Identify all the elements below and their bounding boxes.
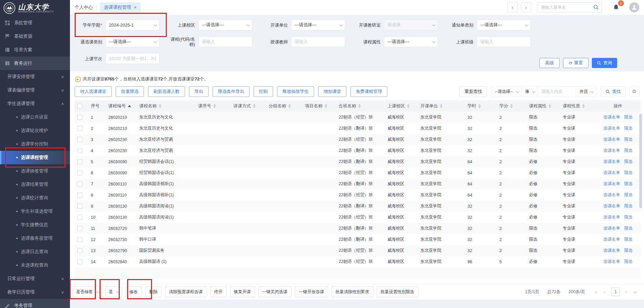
- sort-icon[interactable]: [159, 104, 161, 108]
- class-input[interactable]: 请输入: [477, 36, 531, 47]
- semester-select[interactable]: 2024-2025-1: [106, 20, 159, 30]
- bottom-button-5[interactable]: 一键关闭选课: [258, 286, 292, 297]
- period-input[interactable]: 10102 为星期一的1、2小节: [106, 53, 159, 64]
- sort-icon[interactable]: [288, 104, 291, 108]
- sidebar-item-resources[interactable]: 基础资源: [0, 30, 70, 43]
- row-checkbox[interactable]: [77, 159, 82, 164]
- toolbar-button-6[interactable]: 释放抽签学生: [277, 86, 314, 97]
- menu-search-input[interactable]: [537, 2, 602, 12]
- sidebar-subitem-10[interactable]: •选课日志查询: [0, 245, 70, 259]
- row-checkbox[interactable]: [77, 126, 82, 131]
- sort-icon[interactable]: [478, 104, 481, 108]
- per-page-info[interactable]: 200条/页: [569, 289, 585, 295]
- nav-next-button[interactable]: ›: [521, 2, 531, 12]
- restrict-link[interactable]: 限选: [624, 159, 633, 164]
- select-all-checkbox[interactable]: [77, 104, 82, 109]
- row-checkbox[interactable]: [77, 137, 82, 142]
- sidebar-subitem-3-active[interactable]: •选课课程管理: [0, 151, 70, 164]
- sidebar-item-academic-operation[interactable]: 教务运行: [0, 57, 70, 70]
- gear-icon[interactable]: ⚙: [629, 86, 639, 97]
- sort-icon[interactable]: [548, 104, 551, 108]
- reset-button[interactable]: ⟳重置: [563, 58, 589, 68]
- find-field-select[interactable]: --请选择--: [491, 87, 522, 97]
- sort-icon[interactable]: [253, 104, 256, 108]
- restrict-link[interactable]: 限选: [624, 226, 633, 231]
- toolbar-button-5[interactable]: 控制: [254, 86, 273, 97]
- restrict-link[interactable]: 限选: [624, 248, 633, 253]
- roster-link[interactable]: 选课名单: [603, 148, 620, 153]
- sidebar-subitem-4[interactable]: •选课抽签管理: [0, 164, 70, 178]
- pagination-page-1[interactable]: 1: [611, 287, 620, 296]
- sort-icon[interactable]: [325, 104, 327, 108]
- roster-link[interactable]: 选课名单: [603, 237, 620, 242]
- restrict-link[interactable]: 限选: [624, 148, 633, 153]
- bottom-button-7[interactable]: 批量清除性别要求: [332, 286, 373, 297]
- roster-link[interactable]: 选课名单: [603, 115, 620, 119]
- roster-link[interactable]: 选课名单: [603, 193, 620, 197]
- roster-link[interactable]: 选课名单: [603, 259, 620, 264]
- find-button[interactable]: 查找: [601, 86, 626, 97]
- course-attribute-select[interactable]: ---请选择---: [384, 36, 438, 47]
- sidebar-item-system[interactable]: 系统管理: [0, 16, 70, 30]
- campus-select[interactable]: ---请选择---: [198, 20, 252, 30]
- restrict-link[interactable]: 限选: [624, 259, 633, 264]
- sidebar-group-daily-operation[interactable]: 日常运行管理 ∨: [0, 272, 70, 285]
- notification-bell[interactable]: 0: [610, 2, 622, 13]
- bottom-button-1[interactable]: 删除: [145, 286, 162, 297]
- toolbar-button-2[interactable]: 刷新选课人数: [148, 86, 185, 97]
- course-input[interactable]: 请输入: [198, 36, 252, 47]
- roster-link[interactable]: 选课名单: [603, 126, 620, 131]
- restrict-link[interactable]: 限选: [624, 137, 633, 142]
- teacher-input[interactable]: 请输入: [291, 36, 345, 47]
- restrict-link[interactable]: 限选: [624, 204, 633, 208]
- roster-link[interactable]: 选课名单: [603, 248, 620, 253]
- row-checkbox[interactable]: [77, 170, 82, 175]
- roster-link[interactable]: 选课名单: [603, 204, 620, 208]
- bottom-button-6[interactable]: 一键开放选课: [295, 286, 328, 297]
- find-value-input[interactable]: [541, 89, 572, 94]
- restrict-link[interactable]: 限选: [624, 237, 633, 242]
- general-course-type-select[interactable]: ---请选择---: [106, 36, 159, 47]
- sidebar-subitem-5[interactable]: •选课结果管理: [0, 178, 70, 191]
- row-checkbox[interactable]: [77, 259, 82, 264]
- sidebar-group-student-course-selection[interactable]: 学生选课管理 ∧: [0, 97, 70, 110]
- tab-course-selection-management[interactable]: 选课课程管理 ×: [100, 2, 141, 12]
- row-checkbox[interactable]: [77, 115, 82, 120]
- toolbar-button-7[interactable]: 增加课堂: [318, 86, 346, 97]
- bottom-button-3[interactable]: 停开: [210, 286, 227, 297]
- toolbar-button-8[interactable]: 免费课程管理: [350, 86, 387, 97]
- sort-icon[interactable]: [510, 104, 513, 108]
- offering-unit-select[interactable]: ---请选择---: [291, 20, 345, 30]
- yes-select[interactable]: 是: [105, 286, 122, 297]
- restrict-link[interactable]: 限选: [624, 126, 633, 131]
- row-checkbox[interactable]: [77, 181, 82, 186]
- sort-icon[interactable]: [213, 104, 216, 108]
- sort-icon[interactable]: [358, 104, 361, 108]
- sort-icon[interactable]: [407, 104, 410, 108]
- pagination-prev[interactable]: ‹: [602, 289, 607, 295]
- roster-link[interactable]: 选课名单: [603, 226, 620, 231]
- sort-icon[interactable]: [440, 104, 443, 108]
- sidebar-subitem-0[interactable]: •选课公共设置: [0, 110, 70, 124]
- find-logic-select[interactable]: 并且: [576, 87, 596, 97]
- sidebar-item-programs[interactable]: 培养方案: [0, 43, 70, 57]
- row-checkbox[interactable]: [77, 204, 82, 209]
- lottery-select[interactable]: 是否抽签: [73, 286, 102, 297]
- sidebar-subitem-8[interactable]: •学生缴费信息: [0, 218, 70, 232]
- restrict-link[interactable]: 限选: [624, 181, 633, 186]
- sidebar-group-timetable[interactable]: 课表编排管理 ∨: [0, 83, 70, 97]
- restrict-link[interactable]: 限选: [624, 193, 633, 197]
- toolbar-button-0[interactable]: 转入选课课堂: [75, 86, 112, 97]
- bottom-button-4[interactable]: 恢复开课: [230, 286, 255, 297]
- teaching-office-select[interactable]: 请选择: [384, 20, 438, 30]
- sidebar-subitem-7[interactable]: •学生补退选管理: [0, 205, 70, 218]
- restrict-link[interactable]: 限选: [624, 115, 633, 119]
- restrict-link[interactable]: 限选: [624, 170, 633, 175]
- toolbar-button-1[interactable]: 批量限选: [116, 86, 144, 97]
- advanced-button[interactable]: 高级: [539, 58, 560, 68]
- roster-link[interactable]: 选课名单: [603, 159, 620, 164]
- pagination-first[interactable]: «: [593, 289, 599, 295]
- sidebar-subitem-9[interactable]: •选课服务器管理: [0, 232, 70, 245]
- row-checkbox[interactable]: [77, 237, 82, 242]
- roster-link[interactable]: 选课名单: [603, 170, 620, 175]
